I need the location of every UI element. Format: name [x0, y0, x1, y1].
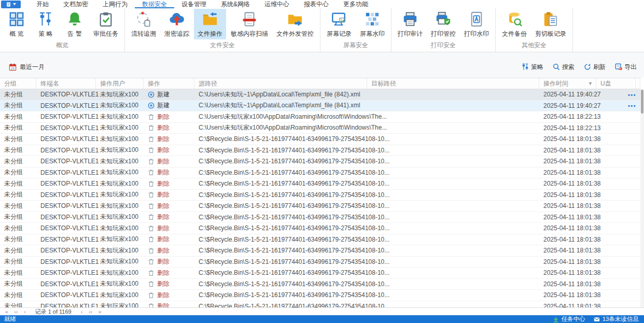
toolbar-action-button[interactable]: 策略: [522, 63, 543, 72]
table-row[interactable]: 未分组DESKTOP-VLKTLE1未知玩家x100删除C:\$Recycle.…: [0, 301, 640, 308]
cell-group: 未分组: [0, 223, 36, 234]
column-header-user[interactable]: 操作用户: [96, 78, 144, 89]
table-row[interactable]: 未分组DESKTOP-VLKTLE1未知玩家x100删除C:\$Recycle.…: [0, 245, 640, 257]
ribbon-button[interactable]: 策 略: [32, 9, 60, 39]
cell-op-time: 2025-04-11 18:01:38: [539, 290, 596, 301]
table-row[interactable]: 未分组DESKTOP-VLKTLE1未知玩家x100删除C:\$Recycle.…: [0, 145, 640, 157]
export-icon: [615, 63, 622, 71]
column-header-terminal[interactable]: 终端名: [36, 78, 96, 89]
vertical-scrollbar[interactable]: [640, 89, 644, 307]
toolbar-action-button[interactable]: 导出: [615, 63, 637, 72]
ribbon-button[interactable]: 打印水印: [460, 9, 493, 39]
pager-fast-prev-button[interactable]: ‹‹: [12, 308, 20, 315]
table-row[interactable]: 未分组DESKTOP-VLKTLE1未知玩家x100删除C:\$Recycle.…: [0, 257, 640, 268]
cell-terminal: DESKTOP-VLKTLE1: [36, 223, 96, 234]
table-row[interactable]: 未分组DESKTOP-VLKTLE1未知玩家x100删除C:\$Recycle.…: [0, 279, 640, 290]
ribbon-button[interactable]: 告 警: [61, 9, 89, 39]
column-header-label: 源路径: [199, 79, 217, 88]
table-row[interactable]: 未分组DESKTOP-VLKTLE1未知玩家x100删除C:\Users\未知玩…: [0, 111, 640, 123]
column-header-usb[interactable]: U盘: [596, 78, 636, 89]
operation-label: 删除: [157, 246, 170, 255]
ribbon-button[interactable]: 屏幕记录: [323, 9, 355, 39]
table-row[interactable]: 未分组DESKTOP-VLKTLE1未知玩家x100删除C:\$Recycle.…: [0, 167, 640, 179]
column-header-source[interactable]: 源路径: [194, 78, 367, 89]
pager-last-button[interactable]: »: [96, 308, 104, 315]
ribbon-button[interactable]: 剪切板记录: [531, 9, 570, 39]
row-actions-menu-button[interactable]: •••: [628, 101, 636, 112]
app-menu-button[interactable]: [1, 1, 21, 8]
table-row[interactable]: 未分组DESKTOP-VLKTLE1未知玩家x100删除C:\$Recycle.…: [0, 134, 640, 145]
ribbon-button[interactable]: 屏幕水印: [356, 9, 388, 39]
ribbon-button[interactable]: 文件备份: [498, 9, 530, 39]
table-row[interactable]: 未分组DESKTOP-VLKTLE1未知玩家x100删除C:\$Recycle.…: [0, 234, 640, 246]
ribbon-group-items: 文件备份剪切板记录: [498, 8, 570, 40]
column-header-stub: [636, 78, 640, 89]
cell-target-path: [367, 290, 539, 301]
cell-user: 未知玩家x100: [96, 190, 144, 201]
table-row[interactable]: 未分组DESKTOP-VLKTLE1未知玩家x100删除C:\$Recycle.…: [0, 268, 640, 279]
ribbon-button[interactable]: 泄密追踪: [161, 9, 193, 39]
ribbon-button-label: 流转追溯: [131, 30, 156, 38]
column-header-time[interactable]: 操作时间▼: [539, 78, 596, 89]
ribbon-button[interactable]: 概 览: [3, 9, 31, 39]
table-row[interactable]: 未分组DESKTOP-VLKTLE1未知玩家x100删除C:\$Recycle.…: [0, 223, 640, 234]
ribbon-button-label: 剪切板记录: [535, 30, 566, 38]
scrollbar-thumb[interactable]: [641, 90, 643, 114]
operation-label: 删除: [157, 179, 170, 188]
column-header-label: 操作时间: [543, 79, 568, 88]
cell-group: 未分组: [0, 101, 36, 111]
cell-operation: 新建: [144, 101, 194, 111]
table-row[interactable]: 未分组DESKTOP-VLKTLE1未知玩家x100删除C:\$Recycle.…: [0, 212, 640, 223]
ribbon-button[interactable]: 文件外发管控: [273, 9, 317, 39]
row-actions-menu-button[interactable]: •••: [628, 89, 636, 101]
task-center-button[interactable]: 任务中心: [553, 315, 585, 323]
table-row[interactable]: 未分组DESKTOP-VLKTLE1未知玩家x100删除C:\Users\未知玩…: [0, 123, 640, 134]
menu-tab-3[interactable]: 上网行为: [95, 0, 135, 8]
unread-messages-button[interactable]: 13条未读信息: [594, 315, 639, 323]
cell-source-path: C:\$Recycle.Bin\S-1-5-21-1619774401-6349…: [194, 190, 367, 201]
cell-user: 未知玩家x100: [96, 257, 144, 268]
table-row[interactable]: 未分组DESKTOP-VLKTLE1未知玩家x100删除C:\$Recycle.…: [0, 290, 640, 301]
cell-operation: 删除: [144, 245, 194, 256]
cell-user: 未知玩家x100: [96, 223, 144, 234]
date-range-filter-button[interactable]: 23 最近一月: [9, 63, 45, 72]
ribbon-group: 概 览策 略告 警审批任务概览: [0, 8, 125, 52]
table-row[interactable]: 未分组DESKTOP-VLKTLE1未知玩家x100删除C:\$Recycle.…: [0, 201, 640, 212]
cell-user: 未知玩家x100: [96, 245, 144, 256]
menu-tab-5[interactable]: 设备管理: [174, 0, 214, 8]
pager-fast-next-button[interactable]: ››: [87, 308, 94, 315]
ribbon-button[interactable]: 打印审计: [394, 9, 426, 39]
menu-tab-7[interactable]: 运维中心: [257, 0, 297, 8]
ribbon-button[interactable]: 打印管控: [427, 9, 459, 39]
menu-tab-6[interactable]: 系统&网络: [214, 0, 257, 8]
pager-prev-button[interactable]: ‹: [22, 308, 27, 315]
table-row[interactable]: 未分组DESKTOP-VLKTLE1未知玩家x100删除C:\$Recycle.…: [0, 156, 640, 167]
cell-operation: 删除: [144, 290, 194, 301]
pager-next-button[interactable]: ›: [79, 308, 85, 315]
column-header-group[interactable]: 分组: [0, 78, 36, 89]
pager-first-button[interactable]: «: [3, 308, 10, 315]
table-row[interactable]: 未分组DESKTOP-VLKTLE1未知玩家x100新建C:\Users\未知玩…: [0, 101, 640, 112]
table-row[interactable]: 未分组DESKTOP-VLKTLE1未知玩家x100删除C:\$Recycle.…: [0, 178, 640, 190]
search-icon: [553, 63, 560, 71]
table-row[interactable]: 未分组DESKTOP-VLKTLE1未知玩家x100新建C:\Users\未知玩…: [0, 89, 640, 101]
column-header-op[interactable]: 操作: [144, 78, 194, 89]
toolbar-action-button[interactable]: 搜索: [553, 63, 575, 72]
menu-tab-9[interactable]: 更多功能: [336, 0, 375, 8]
menu-tab-4[interactable]: 数据安全: [135, 0, 174, 8]
ribbon-button[interactable]: 敏感内容扫描: [227, 9, 272, 39]
ribbon-button[interactable]: 审批任务: [90, 9, 122, 39]
cell-target-path: [367, 212, 539, 223]
ribbon-button-label: 文件备份: [502, 30, 527, 38]
cell-stub: [636, 89, 640, 100]
column-filter-dropdown-icon[interactable]: ▼: [588, 81, 593, 86]
menu-tab-2[interactable]: 文档加密: [56, 0, 95, 8]
table-row[interactable]: 未分组DESKTOP-VLKTLE1未知玩家x100删除C:\$Recycle.…: [0, 190, 640, 201]
toolbar-action-button[interactable]: 刷新: [584, 63, 606, 72]
menu-tab-1[interactable]: 开始: [29, 0, 56, 8]
ribbon-button[interactable]: 文件操作: [194, 9, 226, 39]
ribbon-button-label: 告 警: [67, 30, 81, 38]
ribbon-button[interactable]: 流转追溯: [128, 9, 160, 39]
column-header-target[interactable]: 目标路径: [367, 78, 539, 89]
menu-tab-8[interactable]: 报表中心: [297, 0, 336, 8]
